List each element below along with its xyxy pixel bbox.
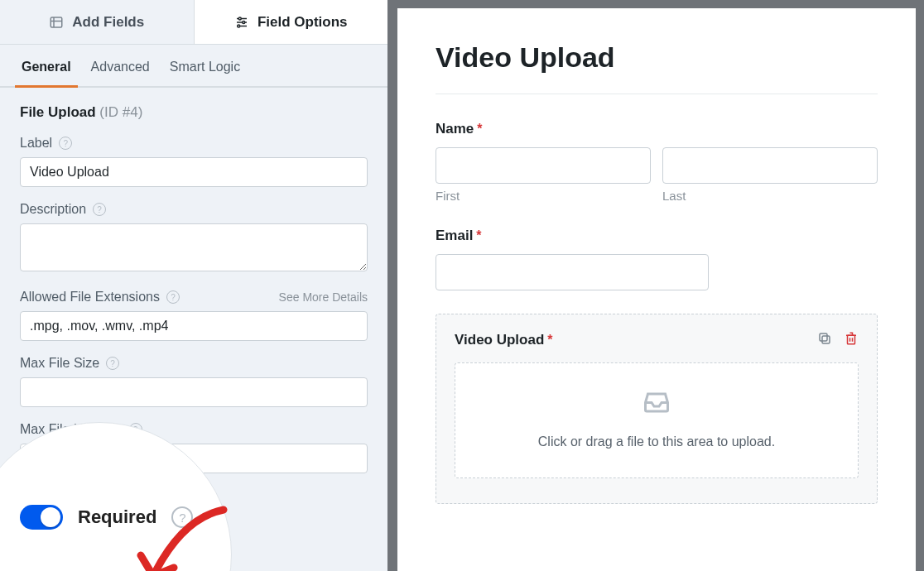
label-input[interactable] (20, 157, 368, 187)
first-sublabel: First (436, 189, 651, 203)
field-type-name: File Upload (20, 104, 96, 120)
max-size-row: Max File Size ? (20, 356, 368, 371)
help-icon[interactable]: ? (93, 203, 106, 216)
svg-point-6 (243, 21, 245, 23)
tab-add-fields-label: Add Fields (72, 14, 144, 31)
max-size-label: Max File Size (20, 356, 99, 371)
dropzone[interactable]: Click or drag a file to this area to upl… (455, 362, 859, 478)
last-sublabel: Last (662, 189, 878, 203)
field-heading: File Upload (ID #4) (20, 104, 368, 121)
svg-rect-9 (822, 336, 830, 343)
top-tabs: Add Fields Field Options (0, 0, 387, 45)
form-title: Video Upload (436, 41, 878, 74)
email-field: Email* (436, 228, 878, 290)
required-star: * (547, 333, 552, 347)
inbox-icon (639, 386, 674, 420)
help-icon[interactable]: ? (171, 506, 193, 528)
required-row: Required ? (20, 505, 368, 530)
tab-add-fields[interactable]: Add Fields (0, 0, 195, 44)
svg-point-8 (238, 25, 240, 27)
tab-field-options-label: Field Options (257, 14, 348, 31)
subtab-general[interactable]: General (12, 45, 81, 86)
label-row: Label ? (20, 136, 368, 151)
form-preview: Video Upload Name* First Last Email* (397, 8, 916, 571)
last-name-input[interactable] (662, 147, 878, 184)
name-label: Name (436, 121, 474, 137)
options-body: File Upload (ID #4) Label ? Description … (0, 88, 387, 571)
upload-label: Video Upload (455, 332, 544, 348)
extensions-row: Allowed File Extensions ? See More Detai… (20, 290, 368, 305)
sidebar-panel: Add Fields Field Options General Advance… (0, 0, 389, 571)
subtab-advanced[interactable]: Advanced (81, 45, 160, 86)
extensions-input[interactable] (20, 311, 368, 341)
svg-rect-0 (51, 17, 63, 27)
description-input[interactable] (20, 223, 368, 271)
sliders-icon (234, 15, 249, 30)
required-star: * (477, 122, 482, 136)
tab-field-options[interactable]: Field Options (195, 0, 388, 44)
first-name-input[interactable] (436, 147, 651, 184)
required-label: Required (78, 506, 156, 528)
label-text: Label (20, 136, 52, 151)
sub-tabs: General Advanced Smart Logic (0, 45, 387, 88)
email-input[interactable] (436, 254, 709, 290)
help-icon[interactable]: ? (106, 357, 119, 370)
field-id: (ID #4) (99, 104, 142, 120)
svg-rect-10 (820, 333, 827, 341)
help-icon[interactable]: ? (166, 290, 180, 304)
help-icon[interactable]: ? (59, 137, 72, 150)
preview-pane: Video Upload Name* First Last Email* (389, 0, 924, 571)
required-toggle[interactable] (20, 505, 63, 530)
name-field: Name* First Last (436, 121, 878, 203)
dropzone-text: Click or drag a file to this area to upl… (538, 434, 775, 449)
upload-field[interactable]: Video Upload* Click or drag a file to th… (436, 314, 878, 504)
form-icon (49, 15, 64, 30)
extensions-label: Allowed File Extensions (20, 290, 160, 305)
subtab-smart-logic[interactable]: Smart Logic (160, 45, 250, 86)
description-row: Description ? (20, 202, 368, 217)
trash-icon[interactable] (844, 331, 859, 349)
duplicate-icon[interactable] (817, 331, 832, 349)
svg-rect-11 (848, 335, 855, 344)
see-more-link[interactable]: See More Details (279, 290, 368, 304)
required-star: * (476, 228, 481, 242)
max-size-input[interactable] (20, 377, 368, 407)
divider (436, 94, 878, 94)
email-label: Email (436, 228, 473, 243)
svg-point-4 (238, 17, 241, 20)
description-label: Description (20, 202, 86, 217)
